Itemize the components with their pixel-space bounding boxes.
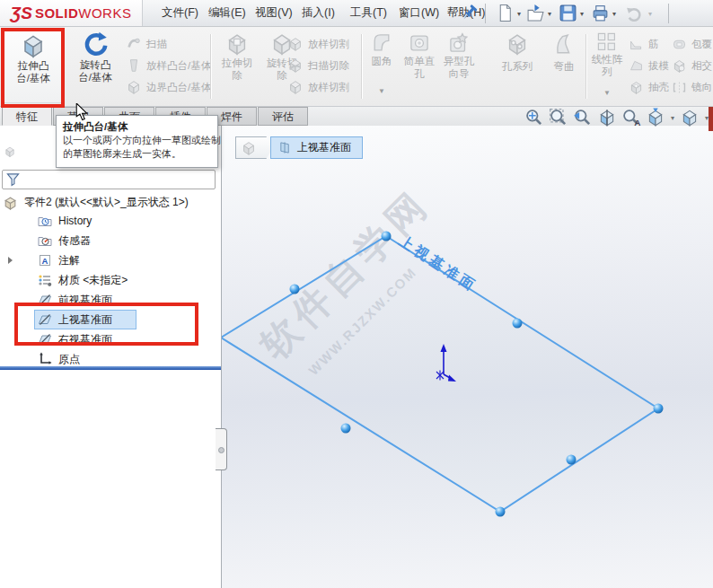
menu-view[interactable]: 视图(V) [251, 0, 296, 26]
extruded-cut-icon [224, 31, 250, 57]
tree-item-history[interactable]: History [38, 212, 92, 230]
featuremanager-tab-icon[interactable] [4, 145, 16, 158]
menu-window[interactable]: 窗口(W) [395, 0, 443, 26]
boundary-cut-icon [287, 79, 304, 95]
extrude-tooltip: 拉伸凸台/基体 以一个或两个方向拉伸一草图或绘制 的草图轮廓来生成一实体。 [56, 115, 218, 168]
plane-icon [278, 140, 292, 155]
part-icon [241, 140, 257, 156]
rib-item: 筋 [629, 34, 659, 54]
shell-item: 抽壳 [629, 77, 669, 97]
breadcrumb-plane-chip[interactable]: 上视基准面 [270, 136, 363, 159]
tree-item-material[interactable]: 材质 <未指定> [38, 271, 128, 289]
new-dropdown-caret[interactable]: ▾ [517, 10, 521, 18]
menu-insert[interactable]: 插入(I) [298, 0, 339, 26]
tree-item-annotations[interactable]: A 注解 [38, 251, 80, 269]
open-icon[interactable] [526, 4, 545, 22]
features-ribbon: 拉伸凸 台/基体 旋转凸 台/基体 扫描 放样凸台/基体 边界凸台/基体 拉伸切 [0, 27, 713, 107]
pin-menu-icon[interactable] [460, 4, 479, 22]
logo-text-light: WORKS [78, 5, 131, 21]
tree-filter-input[interactable] [2, 170, 216, 189]
tooltip-title: 拉伸凸台/基体 [63, 120, 211, 134]
previous-view-icon[interactable] [573, 108, 593, 127]
solidworks-window: ƷS SOLIDWORKS 文件(F) 编辑(E) 视图(V) 插入(I) 工具… [0, 0, 713, 588]
open-dropdown-caret[interactable]: ▾ [548, 10, 551, 18]
new-document-icon[interactable] [496, 4, 515, 22]
view-orientation-icon[interactable] [646, 108, 665, 127]
svg-text:A: A [634, 118, 640, 127]
simple-hole-icon [408, 31, 431, 55]
svg-text:A: A [42, 256, 48, 266]
annotations-expand-arrow[interactable] [8, 257, 13, 264]
revolved-boss-base-button[interactable]: 旋转凸 台/基体 [68, 30, 122, 103]
draft-icon [629, 58, 644, 74]
breadcrumb-part-chip[interactable] [235, 136, 273, 159]
tab-features[interactable]: 特征 [2, 107, 52, 126]
tree-item-sensors[interactable]: 传感器 [38, 232, 91, 250]
lofted-cut-item: 放样切割 [287, 34, 349, 54]
extruded-boss-base-button[interactable]: 拉伸凸 台/基体 [2, 30, 65, 103]
zoom-fit-icon[interactable] [524, 108, 544, 127]
tree-item-origin[interactable]: 原点 [38, 350, 80, 368]
graphics-viewport[interactable]: 软件自学网 WWW.RJZXW.COM 上视基准面 [222, 126, 713, 588]
section-view-icon[interactable] [597, 108, 617, 127]
filter-funnel-icon [6, 172, 20, 187]
wrap-item: 包覆 [672, 34, 712, 54]
plane-icon [38, 312, 52, 327]
material-icon [38, 273, 52, 287]
undo-dropdown-caret: ▾ [648, 10, 652, 18]
rollback-bar[interactable] [0, 366, 221, 370]
splitter-dot [218, 447, 224, 453]
part-icon [3, 195, 18, 210]
menu-edit[interactable]: 编辑(E) [205, 0, 250, 26]
extruded-boss-icon [20, 32, 47, 59]
pattern-dropdown-caret: ▼ [603, 89, 611, 97]
history-folder-icon [38, 214, 52, 228]
tab-evaluate[interactable]: 评估 [258, 107, 308, 126]
view-orientation-caret[interactable]: ▾ [671, 114, 674, 122]
extruded-cut-button: 拉伸切 除 [216, 30, 259, 103]
save-dropdown-caret[interactable]: ▾ [580, 10, 584, 18]
hole-wizard-icon [447, 31, 471, 55]
fillet-icon [370, 31, 393, 55]
annotations-icon: A [38, 253, 52, 268]
fillet-button: 圆角 ▼ [365, 30, 399, 103]
menu-bar: ƷS SOLIDWORKS 文件(F) 编辑(E) 视图(V) 插入(I) 工具… [0, 0, 713, 27]
print-icon[interactable] [591, 4, 610, 22]
boundary-cut-item: 放样切割 [287, 77, 349, 97]
tooltip-line2: 的草图轮廓来生成一实体。 [63, 147, 211, 161]
tree-item-top-plane[interactable]: 上视基准面 [38, 311, 112, 329]
mirror-icon [672, 80, 687, 95]
model-scene: 软件自学网 WWW.RJZXW.COM 上视基准面 [222, 126, 713, 588]
annotation-view-icon[interactable]: A [621, 108, 641, 127]
tree-item-part-root[interactable]: 零件2 (默认<<默认>_显示状态 1>) [3, 193, 189, 211]
swept-boss-icon [126, 36, 142, 52]
origin-icon [38, 352, 52, 366]
boundary-boss-item: 边界凸台/基体 [126, 77, 211, 97]
zoom-area-icon[interactable] [549, 108, 568, 127]
print-dropdown-caret[interactable]: ▾ [612, 10, 616, 18]
menubar-separator [485, 4, 486, 23]
rib-icon [629, 37, 644, 52]
flex-icon [551, 31, 577, 57]
menu-file[interactable]: 文件(F) [158, 0, 202, 26]
linear-pattern-icon [596, 31, 618, 53]
panel-splitter-handle[interactable] [216, 428, 227, 470]
menu-tools[interactable]: 工具(T) [347, 0, 391, 26]
flex-button: 弯曲 [544, 30, 584, 103]
fillet-dropdown-caret: ▼ [378, 87, 385, 95]
intersect-icon [672, 58, 687, 74]
swept-cut-icon [287, 57, 304, 74]
hole-wizard-button: 异型孔 向导 [440, 30, 478, 103]
mouse-cursor [75, 103, 89, 121]
simple-hole-button: 简单直 孔 [401, 30, 438, 103]
display-style-icon[interactable] [680, 108, 700, 127]
save-icon[interactable] [559, 4, 577, 22]
logo-text-bold: SOLID [35, 5, 78, 21]
clipped-toolbar-icon [709, 107, 713, 131]
hole-series-icon [505, 31, 530, 57]
shell-icon [629, 80, 644, 95]
tree-item-front-plane[interactable]: 前视基准面 [38, 291, 112, 309]
tree-item-right-plane[interactable]: 右视基准面 [38, 330, 112, 348]
revolved-boss-icon [82, 31, 109, 58]
logo-mark: ƷS [11, 4, 32, 23]
